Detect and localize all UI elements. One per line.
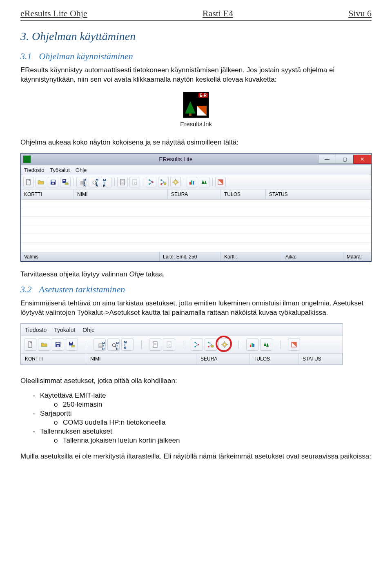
menu-bar: Tiedosto Työkalut Ohje (21, 165, 371, 175)
mtr-grid-icon[interactable]: MTR (76, 177, 87, 187)
mtr-icon[interactable]: MTR (121, 338, 134, 351)
svg-rect-35 (193, 181, 194, 185)
table-row (21, 243, 371, 251)
col-tulos[interactable]: TULOS (249, 354, 298, 364)
toolbar: MTR MTR MTR (21, 175, 371, 189)
save-db-icon[interactable] (66, 338, 78, 351)
new-doc-icon[interactable] (24, 338, 36, 351)
header-center: Rasti E4 (203, 8, 233, 19)
menu-tiedosto[interactable]: Tiedosto (24, 167, 44, 173)
svg-rect-7 (65, 183, 68, 185)
table-row (21, 234, 371, 243)
toolbar-separator (135, 338, 147, 351)
flag-icon[interactable] (288, 338, 300, 351)
col-seura[interactable]: SEURA (168, 189, 221, 199)
table-rows-empty (21, 200, 371, 252)
list-item: Käytettävä EMIT-laite 250-leimasin (33, 392, 372, 409)
svg-rect-3 (52, 183, 54, 184)
open-folder-icon[interactable] (36, 177, 46, 187)
svg-point-28 (175, 181, 176, 183)
mtr-icon[interactable]: MTR (101, 177, 111, 187)
window-titlebar: EResults Lite — ▢ ✕ (21, 154, 371, 165)
menu-tyokalut[interactable]: Työkalut (50, 167, 69, 173)
toolbar-separator (113, 177, 116, 187)
mtr-grid-icon[interactable]: MTR (94, 338, 106, 351)
col-nimi[interactable]: NIMI (74, 189, 168, 199)
toolbar-separator (232, 338, 245, 351)
maximize-button[interactable]: ▢ (336, 155, 354, 164)
forest-icon[interactable] (260, 338, 272, 351)
results-chart-icon[interactable] (246, 338, 258, 351)
flag-icon[interactable] (215, 177, 226, 187)
report-icon[interactable] (117, 177, 128, 187)
svg-marker-74 (266, 343, 269, 347)
window-title: EResults Lite (33, 156, 318, 163)
col-nimi[interactable]: NIMI (86, 354, 196, 364)
table-row (21, 208, 371, 217)
fork-settings-icon[interactable] (205, 338, 217, 351)
app-icon (23, 156, 31, 163)
menu-tyokalut[interactable]: Työkalut (54, 327, 75, 333)
toolbar-separator (72, 177, 75, 187)
column-headers: KORTTI NIMI SEURA TULOS STATUS (21, 354, 343, 365)
report-icon[interactable] (149, 338, 161, 351)
new-doc-icon[interactable] (23, 177, 34, 187)
status-ready: Valmis (21, 252, 160, 261)
preview-icon[interactable] (129, 177, 140, 187)
status-time: Aika: (282, 252, 343, 261)
menu-ohje[interactable]: Ohje (76, 167, 87, 173)
shortcut-caption: Eresults.lnk (20, 120, 372, 127)
list-item: Tallennuksen asetukset Tallenna jokaisen… (33, 427, 372, 445)
settings-gear-icon[interactable] (218, 338, 231, 351)
svg-point-51 (112, 343, 116, 347)
col-seura[interactable]: SEURA (196, 354, 249, 364)
status-device: Laite: Emit, 250 (160, 252, 221, 261)
fork-settings-icon[interactable] (158, 177, 169, 187)
svg-marker-73 (264, 342, 266, 346)
paragraph-other-settings: Muilla asetuksilla ei ole merkitystä ilt… (20, 452, 372, 461)
paragraph-intro: EResults käynnistyy automaattisesti tiet… (20, 66, 372, 85)
preview-icon[interactable] (163, 338, 175, 351)
toolbar-separator (211, 177, 214, 187)
list-item: Sarjaportti COM3 uudella HP:n tietokonee… (33, 410, 372, 427)
table-row (21, 200, 371, 208)
svg-point-63 (211, 345, 214, 347)
paragraph-opens-fullscreen: Ohjelma aukeaa koko näytön kokoisena ja … (20, 138, 372, 147)
minimize-button[interactable]: — (318, 155, 336, 164)
close-button[interactable]: ✕ (353, 155, 371, 164)
col-kortti[interactable]: KORTTI (21, 354, 86, 364)
toolbar-clip-figure: Tiedosto Työkalut Ohje MTR MTR MTR KORTT… (20, 323, 343, 365)
toolbar-separator (177, 338, 189, 351)
results-chart-icon[interactable] (187, 177, 197, 187)
mtr-search-icon[interactable]: MTR (89, 177, 99, 187)
header-left: eResults Lite Ohje (20, 8, 87, 19)
mtr-search-icon[interactable]: MTR (107, 338, 120, 351)
save-icon[interactable] (48, 177, 58, 187)
col-status[interactable]: STATUS (298, 354, 343, 364)
toolbar-separator (183, 177, 185, 187)
paragraph-essential-settings: Oleellisimmat asetukset, jotka pitää oll… (20, 376, 372, 386)
col-status[interactable]: STATUS (266, 189, 371, 199)
svg-rect-2 (51, 180, 55, 182)
col-kortti[interactable]: KORTTI (21, 189, 74, 199)
save-icon[interactable] (52, 338, 64, 351)
menu-ohje[interactable]: Ohje (82, 327, 95, 333)
menu-tiedosto[interactable]: Tiedosto (25, 327, 47, 333)
svg-rect-47 (71, 346, 75, 347)
status-bar: Valmis Laite: Emit, 250 Kortti: Aika: Mä… (21, 252, 371, 261)
section-3-heading: 3. Ohjelman käyttäminen (20, 30, 372, 43)
column-headers: KORTTI NIMI SEURA TULOS STATUS (21, 189, 371, 200)
status-card: Kortti: (221, 252, 282, 261)
structure-icon[interactable] (191, 338, 203, 351)
svg-marker-37 (204, 180, 207, 184)
col-tulos[interactable]: TULOS (221, 189, 266, 199)
settings-gear-icon[interactable] (170, 177, 181, 187)
structure-icon[interactable] (146, 177, 156, 187)
document-header: eResults Lite Ohje Rasti E4 Sivu 6 (20, 8, 372, 21)
list-item: Tallenna jokaisen luetun kortin jälkeen (54, 436, 372, 445)
save-db-icon[interactable] (60, 177, 71, 187)
forest-icon[interactable] (199, 177, 209, 187)
open-folder-icon[interactable] (38, 338, 50, 351)
table-row (21, 225, 371, 234)
list-item: COM3 uudella HP:n tietokoneella (54, 418, 372, 427)
